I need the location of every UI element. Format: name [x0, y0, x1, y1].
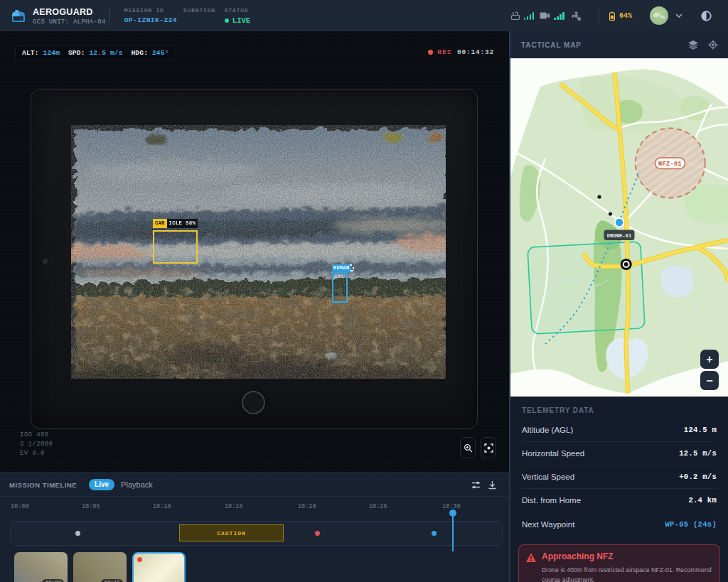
svg-text:NFZ-01: NFZ-01	[658, 161, 682, 168]
svg-text:DRONE-01: DRONE-01	[607, 233, 632, 239]
